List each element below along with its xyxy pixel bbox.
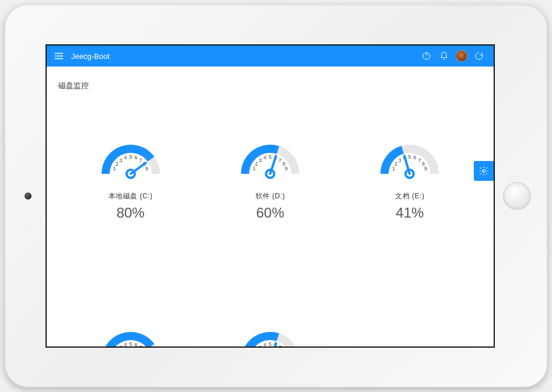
gauge-cell: 123456789: [61, 320, 200, 346]
gauge: 123456789: [90, 320, 172, 346]
svg-text:9: 9: [285, 166, 288, 172]
svg-text:9: 9: [424, 166, 427, 172]
content-area: 磁盘监控 123456789 本地磁盘 (C:) 80% 123456789 软…: [47, 66, 494, 346]
card-title: 磁盘监控: [55, 74, 485, 98]
svg-text:4: 4: [264, 155, 267, 160]
gauge: 123456789: [90, 133, 172, 180]
svg-text:3: 3: [258, 345, 261, 346]
gauge-cell: 123456789: [200, 320, 340, 346]
logout-icon[interactable]: [470, 46, 488, 66]
gauge-cell: 123456789 文档 (E:) 41%: [340, 133, 480, 221]
gauge: 123456789: [229, 320, 311, 346]
help-icon[interactable]: [418, 46, 435, 66]
gauge-grid: 123456789 本地磁盘 (C:) 80% 123456789 软件 (D:…: [55, 98, 485, 346]
svg-text:4: 4: [124, 342, 127, 346]
svg-text:9: 9: [145, 166, 148, 172]
gauge-value: 80%: [117, 205, 145, 221]
svg-text:2: 2: [394, 161, 397, 167]
svg-text:5: 5: [268, 154, 271, 160]
gauge-label: 软件 (D:): [256, 191, 285, 201]
settings-drawer-button[interactable]: [474, 161, 494, 181]
svg-text:5: 5: [408, 154, 411, 160]
svg-text:2: 2: [255, 161, 258, 167]
svg-text:2: 2: [116, 161, 118, 167]
svg-text:6: 6: [134, 342, 137, 346]
gauge-label: 文档 (E:): [395, 191, 424, 201]
svg-text:4: 4: [264, 342, 267, 346]
svg-line-15: [131, 163, 146, 174]
app-title: Jeecg-Boot: [71, 52, 110, 61]
svg-text:3: 3: [258, 158, 261, 163]
front-camera: [25, 192, 32, 200]
svg-text:3: 3: [399, 158, 401, 163]
avatar[interactable]: [453, 46, 470, 66]
menu-toggle-button[interactable]: [54, 51, 68, 61]
bell-icon[interactable]: [435, 46, 453, 66]
svg-text:7: 7: [139, 345, 142, 346]
gauge-cell: 123456789 软件 (D:) 60%: [200, 133, 340, 221]
top-bar: Jeecg-Boot: [47, 46, 494, 66]
svg-text:3: 3: [119, 158, 122, 163]
svg-text:6: 6: [134, 155, 137, 160]
svg-point-60: [483, 170, 485, 173]
gauge-value: 41%: [396, 205, 424, 221]
disk-monitor-card: 磁盘监控 123456789 本地磁盘 (C:) 80% 123456789 软…: [55, 74, 485, 346]
svg-text:6: 6: [414, 155, 417, 160]
screen: Jeecg-Boot: [46, 44, 495, 348]
gauge: 123456789: [369, 133, 450, 180]
svg-text:7: 7: [139, 158, 142, 163]
svg-point-4: [426, 58, 427, 58]
svg-text:7: 7: [418, 158, 421, 163]
svg-text:5: 5: [129, 341, 132, 346]
tablet-shell: Jeecg-Boot: [5, 5, 547, 387]
svg-text:5: 5: [268, 341, 271, 346]
svg-text:5: 5: [129, 154, 132, 160]
gear-icon: [478, 166, 489, 176]
home-button[interactable]: [503, 182, 531, 210]
gauge: 123456789: [229, 133, 311, 180]
svg-text:4: 4: [124, 155, 127, 160]
svg-text:3: 3: [119, 345, 122, 346]
gauge-value: 60%: [256, 205, 284, 221]
svg-text:7: 7: [279, 345, 282, 346]
svg-text:7: 7: [279, 158, 282, 163]
gauge-cell: 123456789 本地磁盘 (C:) 80%: [61, 133, 200, 221]
gauge-label: 本地磁盘 (C:): [109, 191, 153, 201]
